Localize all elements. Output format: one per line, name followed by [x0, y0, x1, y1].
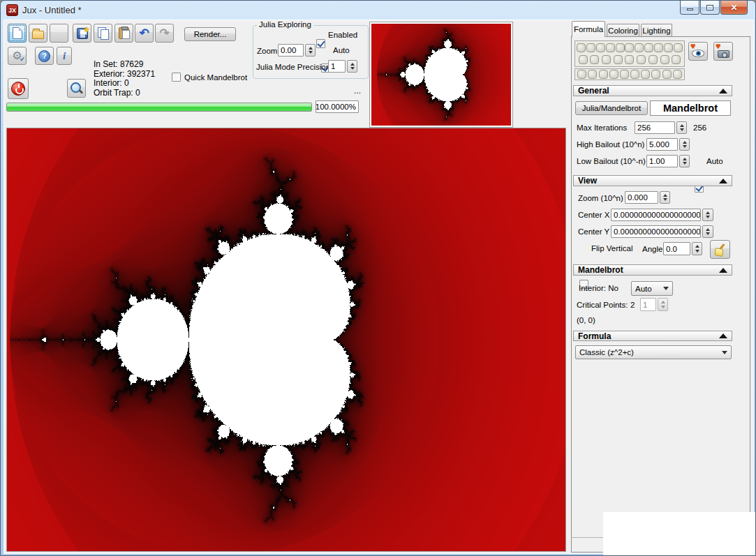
quick-mandelbrot-label: Quick Mandelbrot [184, 73, 247, 82]
palette-slot[interactable] [641, 70, 650, 79]
palette-slot[interactable] [672, 55, 681, 64]
info-button[interactable]: i [57, 47, 72, 65]
center-x-field[interactable]: 0.000000000000000000 [611, 209, 701, 221]
center-y-spinner[interactable] [702, 225, 713, 238]
palette-slot[interactable] [579, 55, 588, 64]
palette-slot[interactable] [609, 70, 618, 79]
paste-button[interactable] [114, 24, 133, 43]
minimize-button[interactable] [680, 1, 699, 15]
low-bailout-spinner[interactable] [679, 155, 690, 167]
progress-bar [6, 103, 312, 112]
angle-field[interactable]: 0.0 [663, 242, 690, 255]
palette-slot[interactable] [614, 55, 623, 64]
palette-slot[interactable] [577, 43, 586, 52]
formula-dropdown[interactable]: Classic (z^2+c) [575, 345, 732, 359]
tab-lighting[interactable]: Lighting [641, 24, 672, 37]
palette-slot[interactable] [577, 70, 586, 79]
palette-slot[interactable] [599, 70, 608, 79]
power-button[interactable] [8, 78, 29, 99]
center-x-spinner[interactable] [702, 209, 713, 221]
zoom-tool-button[interactable] [67, 79, 86, 98]
palette-slot[interactable] [625, 43, 634, 52]
mandelbrot-render[interactable] [7, 128, 565, 551]
julia-precision-spinner[interactable] [347, 60, 357, 73]
max-iterations-spinner[interactable] [676, 121, 687, 134]
palette-slot[interactable] [673, 70, 682, 79]
render-button[interactable]: Render... [184, 27, 236, 41]
interior-label: Interior: No [579, 284, 618, 292]
angle-label: Angle [642, 245, 662, 253]
maximize-button[interactable] [700, 1, 720, 15]
mandelbrot-preview[interactable] [371, 24, 511, 126]
center-y-field[interactable]: 0.000000000000000000 [611, 225, 701, 238]
collapse-icon [719, 89, 727, 93]
julia-zoom-spinner[interactable] [305, 44, 316, 57]
julia-mandelbrot-toggle-label: Julia/Mandelbrot [582, 104, 641, 112]
quick-mandelbrot-checkbox[interactable] [172, 73, 181, 82]
reset-view-button[interactable] [710, 240, 730, 259]
low-bailout-field[interactable]: 1.00 [646, 155, 678, 167]
palette-slot[interactable] [637, 55, 646, 64]
angle-spinner[interactable] [692, 242, 702, 255]
palette-slot[interactable] [644, 43, 653, 52]
palette-slot[interactable] [596, 43, 605, 52]
empty-button[interactable] [50, 24, 68, 43]
undo-button[interactable]: ↶ [135, 24, 154, 43]
palette-slot[interactable] [662, 70, 672, 79]
tab-formula[interactable]: Formula [572, 21, 605, 37]
high-bailout-field[interactable]: 5.000 [646, 138, 678, 151]
palette-slot[interactable] [586, 43, 595, 52]
julia-precision-field[interactable]: 1 [328, 60, 346, 73]
minimize-icon [687, 8, 693, 10]
palette-slot[interactable] [635, 43, 644, 52]
redo-button[interactable]: ↷ [155, 24, 174, 43]
favorite-view-button[interactable]: ♥ [688, 42, 708, 61]
julia-zoom-field[interactable]: 0.00 [278, 44, 304, 57]
palette-slot[interactable] [588, 70, 597, 79]
palette-slot[interactable] [660, 55, 669, 64]
settings-button[interactable]: ⚙✔ [8, 47, 27, 65]
critical-point-index-spinner[interactable] [658, 298, 668, 311]
palette-slot[interactable] [654, 43, 663, 52]
palette-slot[interactable] [651, 70, 660, 79]
tab-coloring[interactable]: Coloring [607, 24, 639, 37]
interior-mode-dropdown[interactable]: Auto [631, 281, 673, 296]
palette-slot[interactable] [606, 43, 615, 52]
palette-slot[interactable] [674, 43, 683, 52]
save-button[interactable]: ★ [73, 24, 91, 43]
high-bailout-spinner[interactable] [679, 138, 690, 151]
julia-enabled-checkbox[interactable] [316, 39, 325, 48]
view-zoom-spinner[interactable] [660, 191, 670, 204]
open-file-button[interactable] [29, 24, 47, 43]
mandelbrot-section-title: Mandelbrot [578, 265, 623, 275]
tab-coloring-label: Coloring [608, 27, 638, 35]
max-iterations-field[interactable]: 256 [635, 121, 675, 134]
palette-slot[interactable] [648, 55, 658, 64]
general-section-header[interactable]: General [573, 85, 732, 96]
view-zoom-field[interactable]: 0.000 [625, 191, 658, 204]
julia-zoom-label: Zoom [257, 47, 277, 55]
critical-point-index-field[interactable]: 1 [640, 298, 656, 311]
julia-mandelbrot-toggle-button[interactable]: Julia/Mandelbrot [575, 101, 648, 115]
new-document-button[interactable] [8, 24, 27, 43]
center-x-label: Center X [578, 211, 609, 219]
palette-slot[interactable] [664, 43, 673, 52]
palette-slot[interactable] [625, 55, 634, 64]
formula-section-header[interactable]: Formula [573, 331, 732, 341]
palette-slot[interactable] [602, 55, 611, 64]
view-section-header[interactable]: View [573, 175, 732, 186]
fractal-viewport[interactable] [6, 128, 566, 552]
palette-slot[interactable] [620, 70, 629, 79]
help-button[interactable]: ? [35, 47, 54, 65]
palette-slot[interactable] [590, 55, 599, 64]
favorite-snapshot-button[interactable]: ♥ [713, 42, 733, 61]
palette-slot[interactable] [630, 70, 639, 79]
close-button[interactable]: ✕ [720, 1, 748, 15]
undo-icon: ↶ [139, 27, 149, 39]
mode-display: Mandelbrot [650, 100, 731, 116]
palette-slot[interactable] [616, 43, 625, 52]
copy-button[interactable] [94, 24, 112, 43]
mandelbrot-section-header[interactable]: Mandelbrot [573, 264, 732, 276]
chevron-down-icon [722, 351, 727, 354]
new-document-icon [13, 27, 22, 39]
